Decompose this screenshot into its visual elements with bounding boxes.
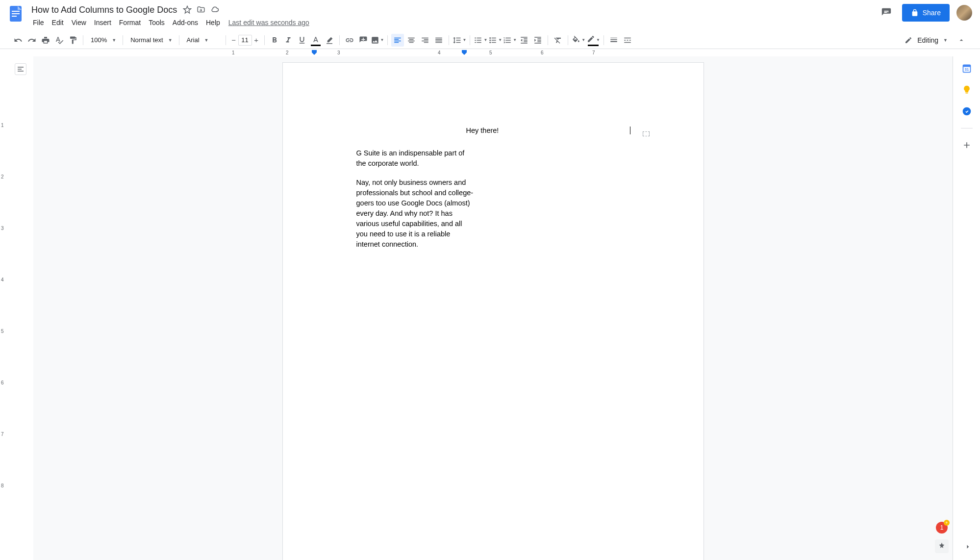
svg-point-6 [490,42,491,43]
document-heading[interactable]: Hey there! [466,127,630,134]
menu-edit[interactable]: Edit [49,18,67,27]
document-title[interactable]: How to Add Columns to Google Docs [29,4,179,16]
decrease-indent-button[interactable] [518,34,530,47]
docs-app-icon[interactable] [6,4,25,24]
underline-button[interactable] [296,34,308,47]
side-panel: 31 [953,56,980,560]
clear-formatting-button[interactable] [552,34,564,47]
font-size-decrease[interactable]: − [229,34,238,46]
horizontal-ruler[interactable]: 1 2 3 4 5 6 7 [0,49,980,56]
svg-rect-1 [12,11,20,12]
checklist-button[interactable]: ▼ [474,34,487,47]
ruler-indent-left[interactable] [312,50,317,56]
open-comments-button[interactable] [878,4,895,22]
share-label: Share [923,9,941,17]
align-justify-button[interactable] [432,34,445,47]
highlight-color-button[interactable] [323,34,336,47]
document-paragraph[interactable]: Nay, not only business owners and profes… [356,178,474,250]
add-comment-button[interactable] [357,34,370,47]
lock-icon [911,9,919,17]
keep-icon[interactable] [962,85,972,95]
print-button[interactable] [39,34,52,47]
font-family-select[interactable]: Arial▼ [183,34,222,47]
explore-button[interactable] [935,539,949,553]
svg-rect-2 [12,13,20,14]
border-width-button[interactable] [607,34,620,47]
border-dash-button[interactable] [621,34,634,47]
account-avatar[interactable] [956,5,972,21]
align-right-button[interactable] [419,34,431,47]
insert-image-button[interactable]: ▼ [371,34,384,47]
bulleted-list-button[interactable]: ▼ [488,34,502,47]
paint-format-button[interactable] [67,34,79,47]
align-left-button[interactable] [391,34,404,47]
spellcheck-button[interactable] [53,34,66,47]
border-color-button[interactable]: ▼ [586,34,600,47]
svg-point-10 [962,107,971,116]
last-edit-link[interactable]: Last edit was seconds ago [228,19,309,26]
notification-badge[interactable]: 1 [936,522,948,534]
increase-indent-button[interactable] [531,34,544,47]
italic-button[interactable] [282,34,295,47]
move-folder-icon[interactable] [197,5,205,14]
redo-button[interactable] [25,34,38,47]
bold-button[interactable] [268,34,281,47]
menu-insert[interactable]: Insert [91,18,115,27]
document-canvas[interactable]: Hey there! G Suite is an indispensable p… [33,56,953,560]
menu-addons[interactable]: Add-ons [169,18,201,27]
font-size-input[interactable] [238,35,252,46]
menu-tools[interactable]: Tools [145,18,168,27]
svg-rect-3 [12,16,17,17]
line-spacing-button[interactable]: ▼ [452,34,466,47]
fill-color-button[interactable]: ▼ [572,34,585,47]
undo-button[interactable] [12,34,25,47]
toolbar: 100%▼ Normal text▼ Arial▼ − + ▼ ▼ ▼ ▼ ▼ [0,31,980,49]
show-outline-button[interactable] [15,63,26,75]
zoom-select[interactable]: 100%▼ [87,34,119,47]
vertical-ruler[interactable]: 1 2 3 4 5 6 7 8 [0,56,7,560]
menu-view[interactable]: View [68,18,90,27]
document-paragraph[interactable]: G Suite is an indispensable part of the … [356,148,474,169]
svg-point-4 [490,37,491,39]
insert-link-button[interactable] [343,34,356,47]
text-color-button[interactable] [309,34,322,47]
font-size-increase[interactable]: + [252,34,261,46]
svg-point-5 [490,39,491,41]
align-center-button[interactable] [405,34,418,47]
menu-file[interactable]: File [29,18,48,27]
calendar-icon[interactable]: 31 [962,63,972,73]
add-addon-icon[interactable] [962,140,972,150]
ruler-indent-right[interactable] [462,50,467,56]
menu-help[interactable]: Help [202,18,224,27]
page[interactable]: Hey there! G Suite is an indispensable p… [282,62,704,560]
share-button[interactable]: Share [902,4,950,22]
paragraph-style-select[interactable]: Normal text▼ [126,34,175,47]
column-break-indicator[interactable] [643,131,650,136]
menu-bar: File Edit View Insert Format Tools Add-o… [29,17,878,28]
app-header: How to Add Columns to Google Docs File E… [0,0,980,31]
mode-select[interactable]: Editing ▼ [900,33,951,47]
numbered-list-button[interactable]: ▼ [503,34,517,47]
tasks-icon[interactable] [962,106,972,116]
pencil-icon [905,36,912,44]
cloud-status-icon[interactable] [210,5,219,14]
hide-side-panel-button[interactable] [963,542,972,551]
svg-rect-8 [963,65,970,67]
svg-text:31: 31 [964,67,968,72]
menu-format[interactable]: Format [116,18,144,27]
collapse-toolbar-button[interactable] [955,33,968,47]
star-icon[interactable] [183,5,192,14]
